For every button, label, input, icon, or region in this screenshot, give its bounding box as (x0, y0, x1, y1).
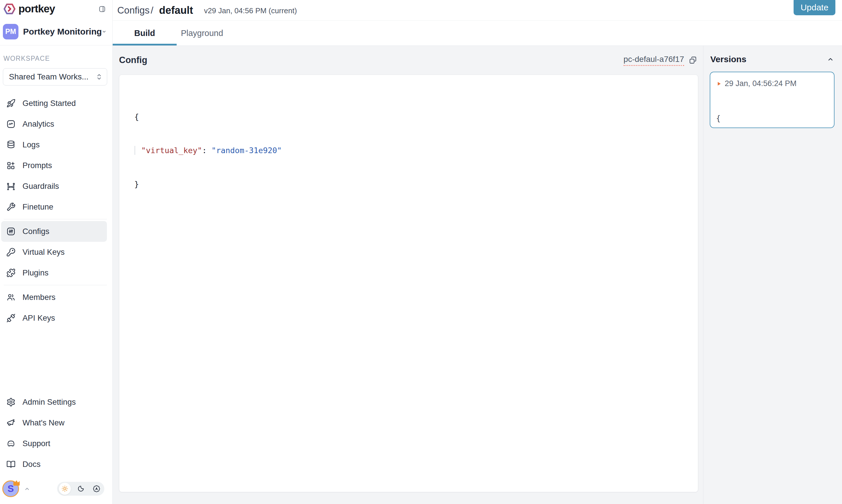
current-version-marker-icon (716, 81, 722, 87)
main-area: Configs / default v29 Jan, 04:56 PM (cur… (113, 0, 842, 504)
sidebar-item-label: Virtual Keys (22, 248, 65, 257)
sidebar-divider (4, 285, 107, 285)
sidebar-divider (4, 219, 107, 219)
grid-plus-icon (6, 161, 16, 170)
sidebar-item-finetune[interactable]: Finetune (1, 197, 107, 217)
sidebar-nav: Getting Started Analytics Logs Prompts (0, 86, 113, 328)
sidebar-item-members[interactable]: Members (1, 287, 107, 308)
sidebar-item-logs[interactable]: Logs (1, 134, 107, 155)
sidebar-item-label: Support (22, 439, 50, 448)
json-key: "virtual_key" (141, 146, 202, 155)
version-code-line: { (716, 113, 834, 124)
chevron-up-icon (24, 485, 31, 492)
sidebar-spacer (0, 328, 113, 392)
config-section-header: Config pc-defaul-a76f17 (113, 46, 703, 75)
workspace-select[interactable]: Shared Team Works... (3, 68, 107, 86)
config-section-title: Config (119, 55, 147, 65)
breadcrumb-separator: / (151, 5, 153, 16)
config-id-link[interactable]: pc-defaul-a76f17 (623, 55, 684, 66)
sidebar-item-label: Docs (22, 460, 41, 469)
sidebar-item-label: What's New (22, 418, 65, 428)
version-card[interactable]: 29 Jan, 04:56:24 PM { "virtual_key": "ma… (710, 72, 835, 128)
sidebar-item-getting-started[interactable]: Getting Started (1, 93, 107, 114)
app-root: portkey PM Portkey Monitoring WORKSPACE … (0, 0, 842, 504)
tab-build[interactable]: Build (113, 21, 177, 46)
sidebar-item-label: Guardrails (22, 182, 59, 191)
sidebar-footer: S (0, 478, 113, 504)
fence-icon (6, 182, 16, 191)
tab-playground[interactable]: Playground (177, 21, 227, 46)
breadcrumb-configs-link[interactable]: Configs (117, 5, 150, 16)
page-header: Configs / default v29 Jan, 04:56 PM (cur… (113, 0, 842, 21)
sidebar-item-prompts[interactable]: Prompts (1, 155, 107, 176)
sidebar-item-label: Prompts (22, 161, 52, 170)
sidebar-bottom-nav: Admin Settings What's New Support Docs (0, 392, 113, 478)
activity-square-icon (6, 120, 16, 129)
sidebar-item-label: Getting Started (22, 99, 76, 108)
json-separator: : (202, 146, 211, 155)
config-id-group: pc-defaul-a76f17 (623, 55, 697, 66)
light-theme-button[interactable] (59, 483, 71, 495)
sidebar-item-docs[interactable]: Docs (1, 454, 107, 475)
user-avatar[interactable]: S (2, 481, 19, 497)
badge-a-icon (93, 485, 100, 492)
sidebar-item-label: Finetune (22, 202, 53, 212)
sidebar-item-label: Logs (22, 140, 40, 149)
versions-panel: Versions 29 Jan, 04:56:24 PM { "virtual_… (703, 46, 842, 504)
sidebar-item-whats-new[interactable]: What's New (1, 412, 107, 433)
tab-bar: Build Playground (113, 21, 842, 46)
sidebar-item-label: Members (22, 293, 56, 302)
brand-name: portkey (18, 3, 55, 15)
org-avatar: PM (3, 24, 18, 39)
sidebar-item-guardrails[interactable]: Guardrails (1, 176, 107, 197)
chevron-down-icon (102, 28, 107, 35)
portkey-logo-icon (3, 2, 16, 16)
workspace-block: WORKSPACE Shared Team Works... (0, 46, 113, 86)
versions-header: Versions (703, 46, 842, 64)
update-button[interactable]: Update (794, 0, 836, 15)
sun-icon (61, 485, 69, 492)
page-title: default (159, 4, 193, 16)
sidebar-item-label: API Keys (22, 313, 55, 323)
sidebar-item-label: Analytics (22, 120, 54, 129)
workspace-select-value: Shared Team Works... (9, 72, 88, 82)
org-name: Portkey Monitoring (23, 27, 102, 37)
sidebar-item-plugins[interactable]: Plugins (1, 263, 107, 283)
sidebar-item-api-keys[interactable]: API Keys (1, 308, 107, 328)
sidebar: portkey PM Portkey Monitoring WORKSPACE … (0, 0, 113, 504)
sidebar-collapse-icon[interactable] (98, 5, 106, 13)
sidebar-item-configs[interactable]: Configs (1, 221, 107, 242)
version-code-preview: { "virtual_key": "main-25 } (716, 91, 834, 128)
sidebar-item-label: Plugins (22, 268, 48, 277)
sidebar-item-virtual-keys[interactable]: Virtual Keys (1, 242, 107, 263)
auto-theme-button[interactable] (90, 483, 103, 495)
collapse-versions-icon[interactable] (826, 55, 835, 63)
sidebar-item-analytics[interactable]: Analytics (1, 114, 107, 134)
copy-icon[interactable] (689, 56, 697, 65)
version-timestamp-row: 29 Jan, 04:56:24 PM (716, 79, 834, 88)
code-line: "virtual_key": "random-31e920" (134, 145, 686, 156)
users-icon (6, 293, 16, 302)
sidebar-item-support[interactable]: Support (1, 433, 107, 454)
key-icon (6, 248, 16, 257)
version-label: v29 Jan, 04:56 PM (current) (204, 6, 297, 15)
rocket-icon (6, 99, 16, 108)
workspace-label: WORKSPACE (3, 55, 107, 62)
sliders-icon (6, 227, 16, 236)
versions-title: Versions (710, 54, 746, 64)
megaphone-icon (6, 418, 16, 428)
version-timestamp: 29 Jan, 04:56:24 PM (725, 79, 796, 88)
plug-icon (6, 313, 16, 323)
config-code-editor[interactable]: { "virtual_key": "random-31e920" } (119, 75, 698, 492)
json-value: "random-31e920" (211, 146, 282, 155)
dark-theme-button[interactable] (75, 483, 87, 495)
sidebar-item-label: Admin Settings (22, 397, 76, 407)
sidebar-item-admin-settings[interactable]: Admin Settings (1, 392, 107, 412)
crown-icon (12, 479, 22, 488)
moon-icon (77, 485, 84, 492)
sidebar-item-label: Configs (22, 227, 49, 236)
org-switcher[interactable]: PM Portkey Monitoring (0, 18, 113, 46)
database-icon (6, 140, 16, 149)
logo-row: portkey (0, 0, 113, 18)
config-json: { "virtual_key": "random-31e920" } (134, 89, 686, 212)
